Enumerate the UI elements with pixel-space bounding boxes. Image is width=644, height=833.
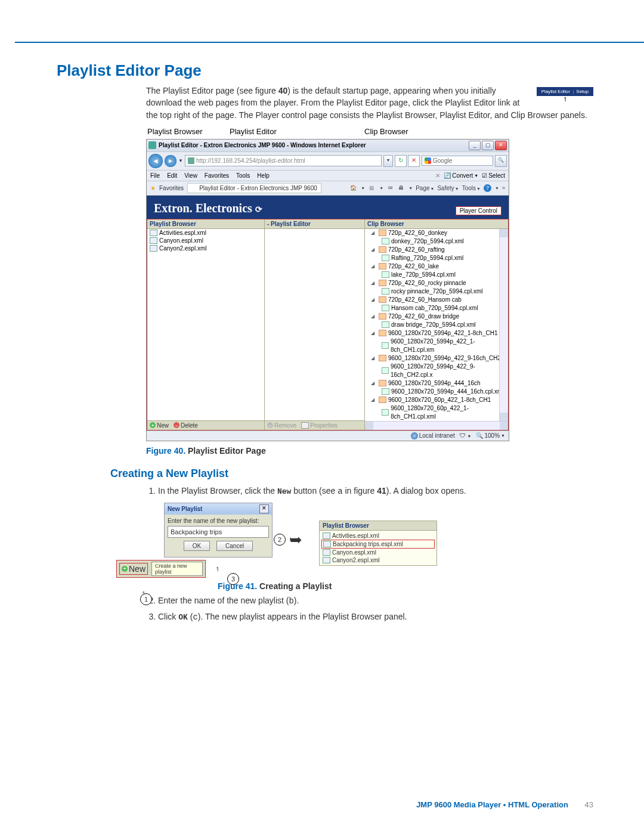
maximize-button[interactable]: ▢ xyxy=(482,141,494,150)
forward-button[interactable]: ► xyxy=(165,155,177,167)
new-button-hl[interactable]: +New xyxy=(119,563,148,575)
playlist-name-input[interactable]: Backpacking trips xyxy=(168,526,269,538)
tree-folder[interactable]: ◢9600_1280x720_5994p_422_9-16ch_CH2 xyxy=(365,354,508,363)
new-button[interactable]: +New xyxy=(150,422,169,429)
list-item[interactable]: Canyon.espl.xml xyxy=(321,549,435,556)
home-icon[interactable]: 🏠 xyxy=(349,184,357,192)
expand-icon[interactable]: ◢ xyxy=(371,312,376,321)
safety-menu[interactable]: Safety▼ xyxy=(437,185,459,191)
pb-result-header: Playlist Browser xyxy=(319,521,437,531)
menu-view[interactable]: View xyxy=(184,172,197,179)
extron-header: Extron. Electronics ⟳ Player Control xyxy=(147,196,509,219)
expand-icon[interactable]: ◢ xyxy=(371,229,376,237)
favorites-bar: ★Favorites Playlist Editor - Extron Elec… xyxy=(147,181,509,196)
refresh-button[interactable]: ↻ xyxy=(395,155,407,167)
history-dropdown-icon[interactable]: ▼ xyxy=(178,158,183,163)
folder-icon xyxy=(379,280,386,286)
back-button[interactable]: ◄ xyxy=(148,154,163,168)
mail-icon[interactable]: ✉ xyxy=(386,184,394,192)
tree-file[interactable]: donkey_720p_5994.cpl.xml xyxy=(365,237,508,246)
list-item[interactable]: Canyon.espl.xml xyxy=(147,237,264,244)
menu-help[interactable]: Help xyxy=(257,172,270,179)
expand-icon[interactable]: ◢ xyxy=(371,246,376,254)
callout-1: 1 xyxy=(140,593,152,605)
tree-folder[interactable]: ◢720p_422_60_draw bridge xyxy=(365,312,508,321)
expand-icon[interactable]: ◢ xyxy=(371,262,376,271)
expand-icon[interactable]: ◢ xyxy=(371,296,376,304)
tree-file[interactable]: draw bridge_720p_5994.cpl.xml xyxy=(365,321,508,329)
zoom-control[interactable]: 🔍 100% ▼ xyxy=(476,432,505,439)
menu-tools[interactable]: Tools xyxy=(236,172,250,179)
search-go-button[interactable]: 🔍 xyxy=(495,155,507,167)
list-item[interactable]: Activities.espl.xml xyxy=(147,229,264,237)
star-icon[interactable]: ★ xyxy=(150,185,156,191)
figure-41: New Playlist✕ Enter the name of the new … xyxy=(164,503,593,578)
tree-file[interactable]: rocky pinnacle_720p_5994.cpl.xml xyxy=(365,287,508,296)
list-item[interactable]: Canyon2.espl.xml xyxy=(147,244,264,252)
ie-favicon-icon xyxy=(148,141,156,149)
menu-edit[interactable]: Edit xyxy=(167,172,177,179)
tree-folder[interactable]: ◢9600_1280x720_5994p_422_1-8ch_CH1 xyxy=(365,329,508,337)
tree-file[interactable]: 9600_1280x720_60p_422_1-8ch_CH1.cpl.xml xyxy=(365,404,508,421)
list-item[interactable]: Canyon2.espl.xml xyxy=(321,556,435,564)
vertical-scrollbar[interactable] xyxy=(499,229,508,421)
close-button[interactable]: ✕ xyxy=(495,141,507,150)
print-icon[interactable]: 🖶 xyxy=(397,184,405,192)
url-dropdown-button[interactable]: ▾ xyxy=(383,155,393,167)
url-field[interactable]: http://192.168.254.254/playlist-editor.h… xyxy=(185,155,382,166)
expand-icon[interactable]: ◢ xyxy=(371,354,376,363)
file-icon xyxy=(382,409,389,416)
clip-browser-panel: Clip Browser ◢720p_422_60_donkeydonkey_7… xyxy=(365,219,508,430)
file-icon xyxy=(382,321,389,328)
folder-icon xyxy=(379,313,386,320)
expand-icon[interactable]: ◢ xyxy=(371,396,376,404)
tree-file[interactable]: 9600_1280x720_5994p_444_16ch.cpl.xml xyxy=(365,388,508,396)
tree-folder[interactable]: ◢720p_422_60_rafting xyxy=(365,246,508,254)
page-menu[interactable]: Page▼ xyxy=(416,185,434,191)
dialog-close-button[interactable]: ✕ xyxy=(259,504,269,513)
list-item[interactable]: Activities.espl.xml xyxy=(321,532,435,540)
menu-favorites[interactable]: Favorites xyxy=(205,172,229,179)
menu-file[interactable]: File xyxy=(150,172,160,179)
tree-file[interactable]: 9600_1280x720_5994p_422_1-8ch_CH1.cpl.xm xyxy=(365,337,508,354)
cancel-button[interactable]: Cancel xyxy=(216,541,253,551)
feeds-icon[interactable]: ▦ xyxy=(368,184,376,192)
dialog-title: New Playlist xyxy=(168,506,202,512)
tree-file[interactable]: 9600_1280x720_5994p_422_9-16ch_CH2.cpl.x xyxy=(365,363,508,379)
expand-icon[interactable]: ◢ xyxy=(371,279,376,287)
minimize-button[interactable]: _ xyxy=(469,141,481,150)
delete-button[interactable]: –Delete xyxy=(174,422,198,429)
protected-mode-icon[interactable]: 🛡 ▼ xyxy=(460,432,472,439)
folder-icon xyxy=(379,296,386,303)
tree-folder[interactable]: ◢720p_422_60_rocky pinnacle xyxy=(365,279,508,287)
tree-folder[interactable]: ◢9600_1280x720_5994p_444_16ch xyxy=(365,379,508,388)
help-icon[interactable]: ? xyxy=(484,184,491,192)
arrow-c-icon: ↿ xyxy=(215,566,220,572)
favorites-label[interactable]: Favorites xyxy=(159,185,184,191)
tree-folder[interactable]: ◢9600_1280x720_60p_422_1-8ch_CH1 xyxy=(365,396,508,404)
xml-icon xyxy=(150,230,157,236)
tree-folder[interactable]: ◢720p_422_60_Hansom cab xyxy=(365,296,508,304)
stop-button[interactable]: ✕ xyxy=(408,155,420,167)
tree-file[interactable]: Rafting_720p_5994.cpl.xml xyxy=(365,254,508,262)
intro-paragraph: The Playlist Editor page (see figure 40)… xyxy=(146,85,593,121)
select-button[interactable]: ☑Select xyxy=(482,172,505,179)
tools-menu[interactable]: Tools▼ xyxy=(462,185,481,191)
tree-file[interactable]: lake_720p_5994.cpl.xml xyxy=(365,271,508,279)
player-control-link[interactable]: Player Control xyxy=(456,206,501,215)
horizontal-scrollbar[interactable] xyxy=(365,421,508,430)
convert-button[interactable]: 🔄Convert ▼ xyxy=(444,172,478,179)
tree-folder[interactable]: ◢720p_422_60_donkey xyxy=(365,229,508,237)
ok-button[interactable]: OK xyxy=(184,541,210,551)
browser-tab[interactable]: Playlist Editor - Extron Electronics JMP… xyxy=(187,183,321,193)
search-box[interactable]: Google xyxy=(422,156,493,166)
tree-file[interactable]: Hansom cab_720p_5994.cpl.xml xyxy=(365,304,508,312)
status-zone: Local intranet xyxy=(419,432,455,439)
list-item-new[interactable]: Backpacking trips.espl.xml xyxy=(321,540,435,549)
expand-icon[interactable]: ◢ xyxy=(371,379,376,388)
expand-icon[interactable]: ◢ xyxy=(371,329,376,337)
tab-setup: Setup xyxy=(576,89,589,94)
tree-folder[interactable]: ◢720p_422_60_lake xyxy=(365,262,508,271)
xml-icon xyxy=(150,237,157,244)
folder-icon xyxy=(379,355,386,361)
